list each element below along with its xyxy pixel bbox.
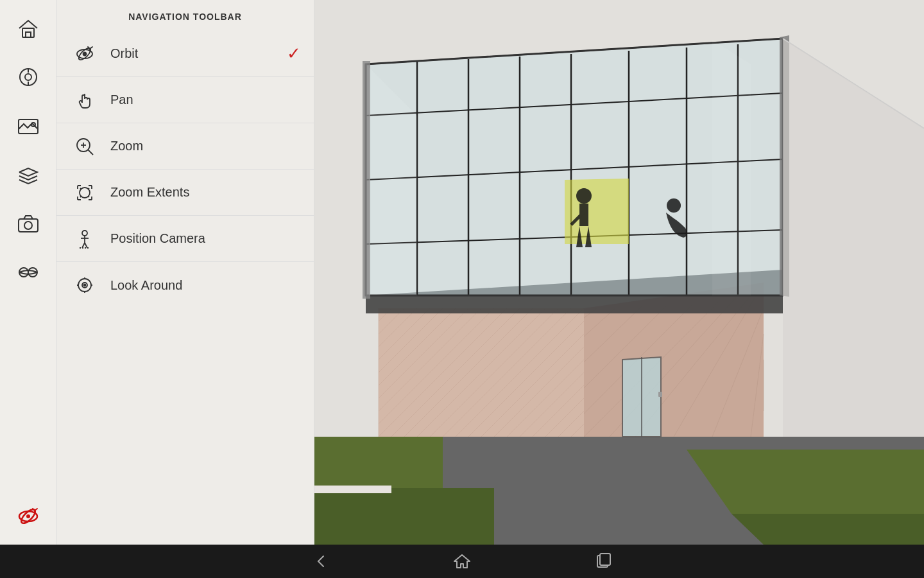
- home-nav-button[interactable]: [449, 548, 475, 574]
- back-button[interactable]: [308, 548, 334, 574]
- orbit-checkmark: ✓: [287, 44, 301, 64]
- pan-icon: [69, 85, 100, 116]
- sidebar-item-layers[interactable]: [5, 152, 51, 198]
- svg-point-9: [24, 222, 32, 229]
- sidebar-item-measure[interactable]: [5, 54, 51, 100]
- nav-item-zoom-label: Zoom: [110, 139, 143, 153]
- nav-item-zoom[interactable]: Zoom: [56, 123, 314, 170]
- svg-point-28: [82, 231, 87, 236]
- navigation-toolbar: NAVIGATION TOOLBAR Orbit ✓: [56, 0, 314, 545]
- svg-point-17: [83, 52, 87, 55]
- orbit-icon: [69, 39, 100, 69]
- svg-rect-1: [26, 32, 31, 37]
- svg-rect-124: [600, 554, 610, 565]
- svg-line-20: [88, 150, 93, 155]
- sidebar-item-home[interactable]: [5, 5, 51, 51]
- nav-item-position-camera[interactable]: Position Camera: [56, 216, 314, 262]
- svg-marker-115: [712, 40, 751, 295]
- svg-point-33: [84, 285, 86, 286]
- nav-item-orbit-label: Orbit: [110, 46, 138, 61]
- nav-item-pan[interactable]: Pan: [56, 77, 314, 123]
- svg-marker-41: [314, 488, 494, 545]
- nav-item-orbit[interactable]: Orbit ✓: [56, 31, 314, 77]
- svg-point-108: [576, 188, 592, 204]
- zoom-icon: [69, 131, 100, 162]
- sidebar: [0, 0, 56, 545]
- svg-marker-40: [314, 437, 443, 488]
- sidebar-item-orbit-active[interactable]: [5, 493, 51, 539]
- recents-button[interactable]: [590, 548, 616, 574]
- nav-item-look-around[interactable]: Look Around: [56, 262, 314, 308]
- svg-marker-43: [732, 514, 924, 545]
- nav-item-zoom-extents[interactable]: Zoom Extents: [56, 170, 314, 216]
- sidebar-item-vr[interactable]: [5, 249, 51, 295]
- nav-item-position-camera-label: Position Camera: [110, 231, 205, 246]
- svg-point-113: [667, 198, 681, 213]
- svg-marker-44: [314, 486, 391, 493]
- bottom-bar: [0, 545, 924, 578]
- svg-rect-87: [658, 392, 662, 397]
- toolbar-title: NAVIGATION TOOLBAR: [56, 0, 314, 31]
- svg-marker-104: [565, 179, 629, 244]
- nav-item-zoom-extents-label: Zoom Extents: [110, 185, 189, 200]
- svg-point-3: [25, 74, 31, 80]
- nav-item-pan-label: Pan: [110, 92, 133, 107]
- viewport[interactable]: [314, 0, 924, 545]
- sidebar-item-images[interactable]: [5, 103, 51, 149]
- zoom-extents-icon: [69, 177, 100, 208]
- svg-point-14: [26, 514, 30, 518]
- svg-marker-122: [454, 555, 470, 568]
- position-camera-icon: [69, 223, 100, 254]
- look-around-icon: [69, 270, 100, 301]
- nav-item-look-around-label: Look Around: [110, 278, 182, 293]
- sidebar-item-camera[interactable]: [5, 200, 51, 247]
